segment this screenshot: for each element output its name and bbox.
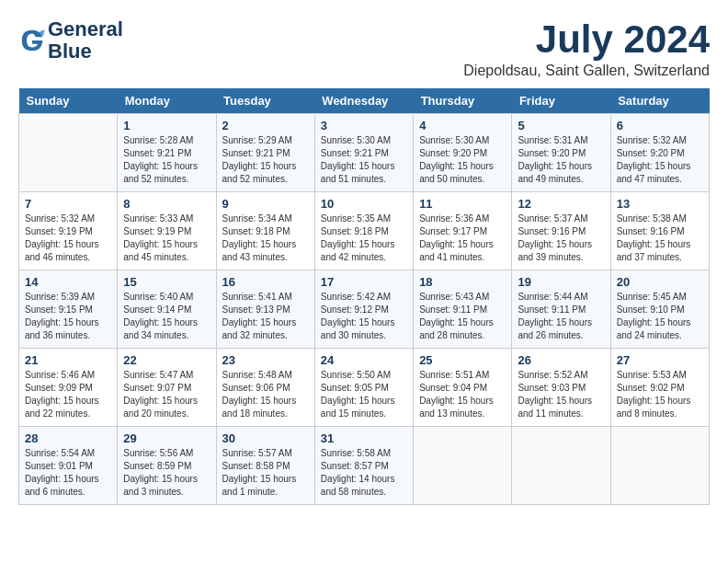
day-info: Sunrise: 5:50 AM Sunset: 9:05 PM Dayligh… (321, 369, 407, 420)
day-cell: 11Sunrise: 5:36 AM Sunset: 9:17 PM Dayli… (414, 192, 512, 270)
day-cell: 26Sunrise: 5:52 AM Sunset: 9:03 PM Dayli… (512, 349, 610, 427)
day-number: 28 (25, 431, 111, 445)
day-number: 26 (518, 353, 604, 367)
day-cell: 5Sunrise: 5:31 AM Sunset: 9:20 PM Daylig… (512, 114, 610, 192)
calendar-table: SundayMondayTuesdayWednesdayThursdayFrid… (18, 88, 710, 505)
day-cell: 2Sunrise: 5:29 AM Sunset: 9:21 PM Daylig… (216, 114, 314, 192)
day-number: 30 (222, 431, 309, 445)
day-info: Sunrise: 5:44 AM Sunset: 9:11 PM Dayligh… (518, 291, 604, 342)
header-cell-monday: Monday (118, 88, 216, 114)
logo: General Blue (18, 18, 123, 63)
day-cell: 1Sunrise: 5:28 AM Sunset: 9:21 PM Daylig… (118, 114, 216, 192)
location: Diepoldsau, Saint Gallen, Switzerland (463, 63, 710, 79)
day-cell (19, 114, 118, 192)
day-info: Sunrise: 5:51 AM Sunset: 9:04 PM Dayligh… (419, 369, 506, 420)
day-cell: 14Sunrise: 5:39 AM Sunset: 9:15 PM Dayli… (19, 270, 118, 349)
day-info: Sunrise: 5:30 AM Sunset: 9:20 PM Dayligh… (419, 134, 506, 186)
day-cell: 30Sunrise: 5:57 AM Sunset: 8:58 PM Dayli… (216, 427, 314, 505)
day-number: 2 (222, 119, 309, 132)
day-number: 31 (321, 431, 407, 445)
day-info: Sunrise: 5:58 AM Sunset: 8:57 PM Dayligh… (321, 447, 407, 499)
header-cell-sunday: Sunday (19, 88, 118, 114)
day-info: Sunrise: 5:32 AM Sunset: 9:20 PM Dayligh… (617, 134, 703, 186)
header-cell-thursday: Thursday (414, 88, 512, 114)
day-cell: 21Sunrise: 5:46 AM Sunset: 9:09 PM Dayli… (19, 349, 118, 427)
day-info: Sunrise: 5:45 AM Sunset: 9:10 PM Dayligh… (617, 291, 703, 342)
day-info: Sunrise: 5:28 AM Sunset: 9:21 PM Dayligh… (123, 134, 210, 186)
day-number: 1 (123, 119, 210, 132)
day-info: Sunrise: 5:43 AM Sunset: 9:11 PM Dayligh… (419, 291, 506, 342)
day-number: 9 (222, 197, 309, 211)
day-cell: 7Sunrise: 5:32 AM Sunset: 9:19 PM Daylig… (19, 192, 118, 270)
header-cell-tuesday: Tuesday (216, 88, 314, 114)
day-number: 6 (617, 119, 703, 132)
day-cell: 23Sunrise: 5:48 AM Sunset: 9:06 PM Dayli… (216, 349, 314, 427)
day-info: Sunrise: 5:57 AM Sunset: 8:58 PM Dayligh… (222, 447, 309, 499)
day-number: 10 (321, 197, 407, 211)
day-cell: 3Sunrise: 5:30 AM Sunset: 9:21 PM Daylig… (314, 114, 413, 192)
day-info: Sunrise: 5:40 AM Sunset: 9:14 PM Dayligh… (123, 291, 210, 342)
day-cell: 6Sunrise: 5:32 AM Sunset: 9:20 PM Daylig… (610, 114, 709, 192)
day-cell: 8Sunrise: 5:33 AM Sunset: 9:19 PM Daylig… (118, 192, 216, 270)
day-info: Sunrise: 5:39 AM Sunset: 9:15 PM Dayligh… (25, 291, 111, 342)
day-info: Sunrise: 5:35 AM Sunset: 9:18 PM Dayligh… (321, 213, 407, 264)
day-cell: 27Sunrise: 5:53 AM Sunset: 9:02 PM Dayli… (610, 349, 709, 427)
header-cell-friday: Friday (512, 88, 610, 114)
day-info: Sunrise: 5:30 AM Sunset: 9:21 PM Dayligh… (321, 134, 407, 186)
title-block: July 2024 Diepoldsau, Saint Gallen, Swit… (463, 18, 710, 79)
day-number: 14 (25, 275, 111, 289)
day-info: Sunrise: 5:34 AM Sunset: 9:18 PM Dayligh… (222, 213, 309, 264)
calendar-header: SundayMondayTuesdayWednesdayThursdayFrid… (19, 88, 710, 114)
day-number: 8 (123, 197, 210, 211)
day-number: 24 (321, 353, 407, 367)
day-number: 25 (419, 353, 506, 367)
day-cell: 4Sunrise: 5:30 AM Sunset: 9:20 PM Daylig… (414, 114, 512, 192)
day-cell: 31Sunrise: 5:58 AM Sunset: 8:57 PM Dayli… (314, 427, 413, 505)
day-number: 11 (419, 197, 506, 211)
day-number: 16 (222, 275, 309, 289)
day-number: 5 (518, 119, 604, 132)
day-cell: 22Sunrise: 5:47 AM Sunset: 9:07 PM Dayli… (118, 349, 216, 427)
day-info: Sunrise: 5:32 AM Sunset: 9:19 PM Dayligh… (25, 213, 111, 264)
logo-text: General Blue (48, 18, 123, 63)
day-number: 7 (25, 197, 111, 211)
day-cell: 16Sunrise: 5:41 AM Sunset: 9:13 PM Dayli… (216, 270, 314, 349)
day-info: Sunrise: 5:31 AM Sunset: 9:20 PM Dayligh… (518, 134, 604, 186)
week-row-5: 28Sunrise: 5:54 AM Sunset: 9:01 PM Dayli… (19, 427, 710, 505)
day-info: Sunrise: 5:48 AM Sunset: 9:06 PM Dayligh… (222, 369, 309, 420)
week-row-1: 1Sunrise: 5:28 AM Sunset: 9:21 PM Daylig… (19, 114, 710, 192)
day-cell: 20Sunrise: 5:45 AM Sunset: 9:10 PM Dayli… (610, 270, 709, 349)
day-info: Sunrise: 5:36 AM Sunset: 9:17 PM Dayligh… (419, 213, 506, 264)
month-title: July 2024 (463, 18, 710, 61)
calendar-body: 1Sunrise: 5:28 AM Sunset: 9:21 PM Daylig… (19, 114, 710, 505)
day-number: 29 (123, 431, 210, 445)
day-number: 20 (617, 275, 703, 289)
day-info: Sunrise: 5:38 AM Sunset: 9:16 PM Dayligh… (617, 213, 703, 264)
day-cell: 9Sunrise: 5:34 AM Sunset: 9:18 PM Daylig… (216, 192, 314, 270)
day-cell: 28Sunrise: 5:54 AM Sunset: 9:01 PM Dayli… (19, 427, 118, 505)
day-cell: 18Sunrise: 5:43 AM Sunset: 9:11 PM Dayli… (414, 270, 512, 349)
day-cell (512, 427, 610, 505)
day-number: 18 (419, 275, 506, 289)
day-number: 19 (518, 275, 604, 289)
day-cell: 10Sunrise: 5:35 AM Sunset: 9:18 PM Dayli… (314, 192, 413, 270)
day-cell: 15Sunrise: 5:40 AM Sunset: 9:14 PM Dayli… (118, 270, 216, 349)
day-cell (414, 427, 512, 505)
day-info: Sunrise: 5:29 AM Sunset: 9:21 PM Dayligh… (222, 134, 309, 186)
day-cell: 12Sunrise: 5:37 AM Sunset: 9:16 PM Dayli… (512, 192, 610, 270)
day-info: Sunrise: 5:46 AM Sunset: 9:09 PM Dayligh… (25, 369, 111, 420)
header-cell-saturday: Saturday (610, 88, 709, 114)
day-number: 4 (419, 119, 506, 132)
day-info: Sunrise: 5:53 AM Sunset: 9:02 PM Dayligh… (617, 369, 703, 420)
week-row-3: 14Sunrise: 5:39 AM Sunset: 9:15 PM Dayli… (19, 270, 710, 349)
logo-icon (18, 27, 46, 54)
day-info: Sunrise: 5:56 AM Sunset: 8:59 PM Dayligh… (123, 447, 210, 499)
page-header: General Blue July 2024 Diepoldsau, Saint… (18, 18, 710, 79)
day-info: Sunrise: 5:52 AM Sunset: 9:03 PM Dayligh… (518, 369, 604, 420)
day-number: 23 (222, 353, 309, 367)
day-number: 15 (123, 275, 210, 289)
day-cell: 17Sunrise: 5:42 AM Sunset: 9:12 PM Dayli… (314, 270, 413, 349)
day-info: Sunrise: 5:47 AM Sunset: 9:07 PM Dayligh… (123, 369, 210, 420)
day-number: 3 (321, 119, 407, 132)
day-cell: 19Sunrise: 5:44 AM Sunset: 9:11 PM Dayli… (512, 270, 610, 349)
